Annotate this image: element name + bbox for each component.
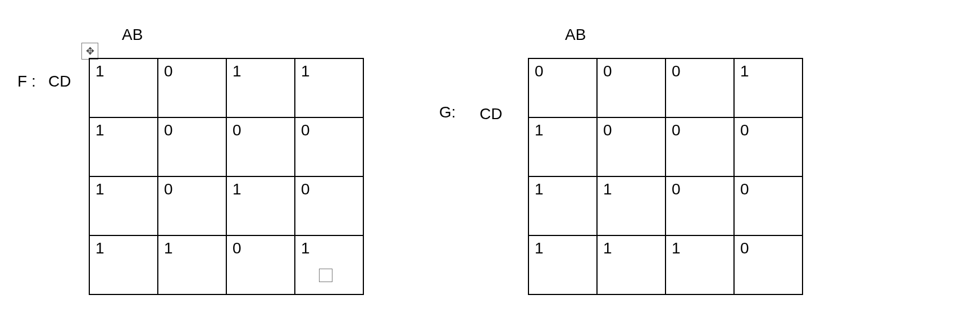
function-name-f: F : [17, 73, 36, 90]
cell-f-3-0: 1 [89, 235, 158, 294]
cell-g-2-0: 1 [528, 176, 597, 235]
cell-f-3-1: 1 [158, 235, 226, 294]
cell-f-0-2: 1 [226, 58, 295, 117]
kmap-table-f: 1 0 1 1 1 0 0 0 1 0 1 0 1 1 0 1 [89, 58, 364, 295]
cell-f-1-0: 1 [89, 117, 158, 176]
row-header-f: CD [48, 73, 71, 90]
cell-f-2-3: 0 [295, 176, 363, 235]
cell-g-1-3: 0 [734, 117, 803, 176]
page: AB ✥ F : CD 1 0 1 1 1 0 0 0 1 0 1 0 1 1 … [0, 0, 980, 322]
cell-f-0-1: 0 [158, 58, 226, 117]
cell-g-0-0: 0 [528, 58, 597, 117]
move-handle-icon[interactable]: ✥ [81, 43, 98, 60]
kmap-table-g: 0 0 0 1 1 0 0 0 1 1 0 0 1 1 1 0 [528, 58, 803, 295]
cell-g-1-1: 0 [597, 117, 666, 176]
row-header-g: CD [480, 106, 502, 123]
cell-g-1-2: 0 [666, 117, 734, 176]
table-row: 1 1 0 1 [89, 235, 363, 294]
cell-f-0-3: 1 [295, 58, 363, 117]
cell-g-1-0: 1 [528, 117, 597, 176]
table-row: 1 1 0 0 [528, 176, 803, 235]
cell-f-2-1: 0 [158, 176, 226, 235]
cell-g-2-2: 0 [666, 176, 734, 235]
col-header-g: AB [565, 26, 586, 44]
cell-g-3-1: 1 [597, 235, 666, 294]
function-name-g: G: [439, 104, 456, 121]
cell-g-2-1: 1 [597, 176, 666, 235]
cell-g-0-1: 0 [597, 58, 666, 117]
table-row: 1 0 0 0 [89, 117, 363, 176]
cell-f-2-2: 1 [226, 176, 295, 235]
cell-g-0-3: 1 [734, 58, 803, 117]
cell-g-3-0: 1 [528, 235, 597, 294]
cell-f-1-1: 0 [158, 117, 226, 176]
cell-f-3-2: 0 [226, 235, 295, 294]
cell-g-0-2: 0 [666, 58, 734, 117]
cell-g-3-2: 1 [666, 235, 734, 294]
table-row: 1 0 1 1 [89, 58, 363, 117]
col-header-f: AB [122, 26, 143, 44]
cell-f-1-3: 0 [295, 117, 363, 176]
table-row: 1 1 1 0 [528, 235, 803, 294]
cell-f-0-0: 1 [89, 58, 158, 117]
cell-f-2-0: 1 [89, 176, 158, 235]
resize-handle-icon[interactable] [319, 269, 332, 282]
cell-f-1-2: 0 [226, 117, 295, 176]
table-row: 1 0 1 0 [89, 176, 363, 235]
cell-g-3-3: 0 [734, 235, 803, 294]
cell-g-2-3: 0 [734, 176, 803, 235]
table-row: 1 0 0 0 [528, 117, 803, 176]
cell-f-3-3: 1 [295, 235, 363, 294]
table-row: 0 0 0 1 [528, 58, 803, 117]
